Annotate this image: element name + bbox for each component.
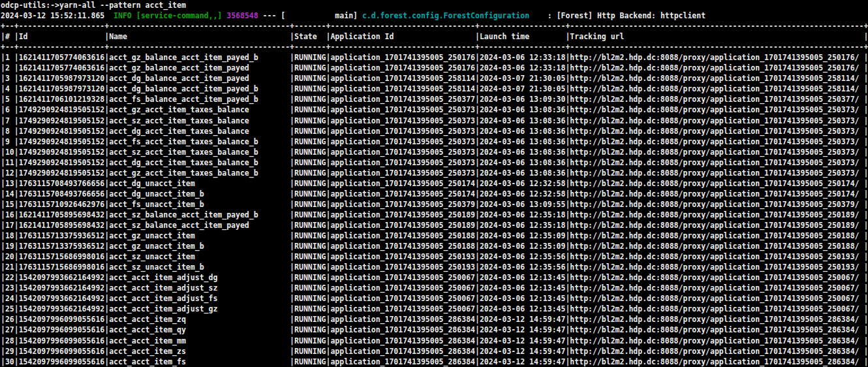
log-logger: c.d.forest.config.ForestConfiguration: [362, 11, 529, 20]
command-line: odcp-utils:->yarn-all --pattern acct_ite…: [1, 0, 868, 10]
table-row: |9 |1749290924819505152|acct_fs_acct_ite…: [1, 136, 868, 147]
command-text: odcp-utils:->yarn-all --pattern acct_ite…: [1, 1, 186, 10]
table-border-top: +--+-------------------+----------------…: [1, 21, 868, 31]
log-line: 2024-03-12 15:52:11.865 INFO [service-co…: [1, 10, 868, 21]
table-row: |10|1749290924819505152|acct_sz_acct_ite…: [1, 147, 868, 157]
table-row: |11|1749290924819505152|acct_dg_acct_ite…: [1, 157, 868, 168]
table-header-row: |# |Id |Name |State |Application Id |Lau…: [1, 31, 868, 42]
table-row: |3 |1621411705987973120|acct_dg_balance_…: [1, 73, 868, 84]
table-row: |12|1749290924819505152|acct_gz_acct_ite…: [1, 168, 868, 178]
table-row: |8 |1749290924819505152|acct_dg_acct_ite…: [1, 126, 868, 136]
table-row: |2 |1621411705774063616|acct_gz_balance_…: [1, 63, 868, 73]
table-row: |17|1621411705895698432|acct_sz_balance_…: [1, 220, 868, 231]
yarn-applications-table: +--+-------------------+----------------…: [1, 21, 868, 367]
terminal-screen[interactable]: odcp-utils:->yarn-all --pattern acct_ite…: [0, 0, 868, 367]
table-row: |30|1542097996099055616|acct_acct_item_f…: [1, 357, 868, 367]
table-row: |13|1763115708493766656|acct_dg_unacct_i…: [1, 178, 868, 189]
log-pid: 3568548: [226, 11, 258, 20]
table-row: |24|1542097993662164992|acct_acct_item_a…: [1, 293, 868, 304]
table-row: |26|1542097996099055616|acct_acct_item_z…: [1, 314, 868, 325]
table-row: |29|1542097996099055616|acct_acct_item_z…: [1, 346, 868, 357]
table-row: |22|1542097993662164992|acct_acct_item_a…: [1, 272, 868, 283]
table-row: |23|1542097993662164992|acct_acct_item_a…: [1, 283, 868, 293]
log-timestamp: 2024-03-12 15:52:11.865: [1, 11, 114, 20]
table-row: |4 |1621411705987973120|acct_dg_balance_…: [1, 84, 868, 94]
log-message: : [Forest] Http Backend: httpclient: [529, 11, 705, 20]
table-row: |7 |1749290924819505152|acct_sz_acct_ite…: [1, 116, 868, 126]
table-row: |27|1542097996099055616|acct_acct_item_q…: [1, 325, 868, 335]
log-level-and-app: INFO [service-command,,]: [114, 11, 222, 20]
table-row: |28|1542097996099055616|acct_acct_item_m…: [1, 336, 868, 346]
table-row: |14|1763115708493766656|acct_dg_unacct_i…: [1, 189, 868, 199]
table-row: |6 |1749290924819505152|acct_gz_acct_ite…: [1, 104, 868, 115]
table-row: |25|1542097993662164992|acct_acct_item_a…: [1, 304, 868, 314]
log-thread: --- [ main]: [258, 11, 362, 20]
table-row: |1 |1621411705774063616|acct_gz_balance_…: [1, 52, 868, 63]
table-row: |21|1763115715686998016|acct_sz_unacct_i…: [1, 262, 868, 272]
table-row: |18|1763115713375936512|acct_gz_unacct_i…: [1, 231, 868, 241]
table-row: |15|1763115710926462976|acct_fs_unacct_i…: [1, 199, 868, 210]
table-border-header: +--+-------------------+----------------…: [1, 42, 868, 52]
table-row: |5 |1621411706101219328|acct_fs_balance_…: [1, 94, 868, 104]
table-row: |16|1621411705895698432|acct_sz_balance_…: [1, 210, 868, 220]
table-row: |20|1763115715686998016|acct_sz_unacct_i…: [1, 251, 868, 262]
table-row: |19|1763115713375936512|acct_gz_unacct_i…: [1, 241, 868, 251]
